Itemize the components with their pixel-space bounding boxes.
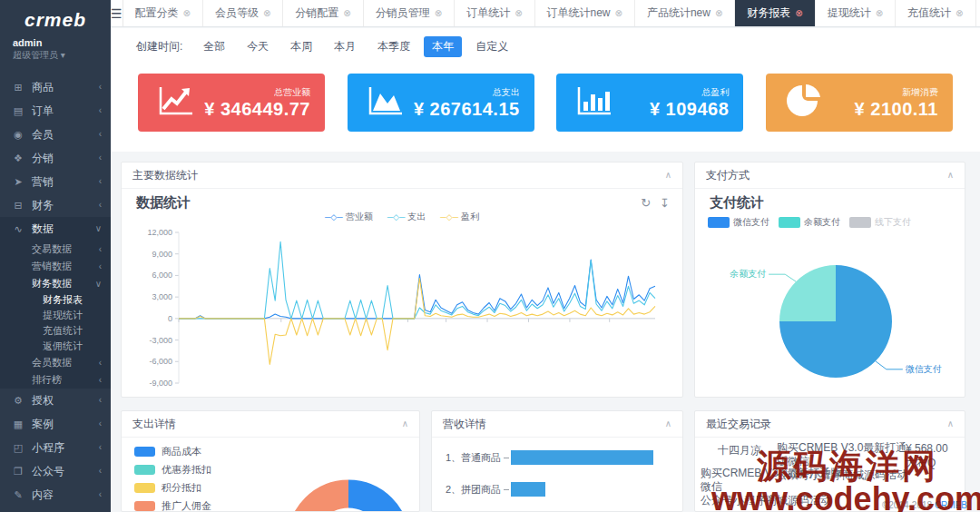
sidebar-item-label: 财务 — [32, 193, 99, 217]
sidebar-item-数据[interactable]: ∿数据∨ — [0, 217, 111, 241]
tab-close-icon[interactable]: ⊗ — [435, 8, 442, 18]
app-logo[interactable]: crmeb — [0, 0, 111, 34]
sidebar-item-小程序[interactable]: ◰小程序‹ — [0, 436, 111, 459]
panel-revenue-title: 营收详情 — [443, 411, 486, 437]
sidebar-subitem-充值统计[interactable]: 充值统计 — [0, 323, 111, 339]
tab-close-icon[interactable]: ⊗ — [795, 8, 802, 18]
collapse-chevron-icon[interactable]: ∧ — [665, 162, 671, 188]
tab-充值统计[interactable]: 充值统计⊗ — [896, 0, 975, 26]
svg-text:2019-07-23: 2019-07-23 — [466, 396, 508, 398]
tab-close-icon[interactable]: ⊗ — [263, 8, 270, 18]
filter-option-自定义[interactable]: 自定义 — [467, 36, 516, 57]
sidebar-subitem-提现统计[interactable]: 提现统计 — [0, 308, 111, 323]
sidebar-item-财务[interactable]: ⊟财务‹ — [0, 193, 111, 217]
collapse-chevron-icon[interactable]: ∧ — [402, 411, 408, 437]
filter-option-本季度[interactable]: 本季度 — [369, 36, 418, 57]
sidebar-item-分销[interactable]: ❖分销‹ — [0, 146, 111, 170]
tab-分销员管理[interactable]: 分销员管理⊗ — [364, 0, 455, 26]
tab-分销配置[interactable]: 分销配置⊗ — [283, 0, 363, 26]
sidebar-item-label: 案例 — [32, 412, 99, 436]
panel-expense-header: 支出详情 ∧ — [122, 411, 419, 438]
line-chart: 12,0009,0006,0003,0000-3,000-6,000-9,000… — [129, 223, 673, 398]
filter-option-本月[interactable]: 本月 — [326, 36, 364, 57]
legend-item-营业额[interactable]: ─◇─营业额 — [325, 211, 373, 223]
collapse-chevron-icon[interactable]: ∧ — [665, 411, 671, 437]
finance-icon: ⊟ — [12, 193, 24, 217]
tab-close-icon[interactable]: ⊗ — [876, 8, 883, 18]
filter-option-本年[interactable]: 本年 — [424, 36, 462, 57]
panel-expense-title: 支出详情 — [132, 411, 176, 437]
sidebar-item-会员[interactable]: ◉会员‹ — [0, 123, 111, 146]
sidebar-item-公众号[interactable]: ❐公众号‹ — [0, 459, 111, 483]
line-chart-title: 数据统计 — [136, 194, 191, 212]
legend-item-微信支付[interactable]: 微信支付 — [708, 216, 769, 229]
sidebar-subitem-排行榜[interactable]: 排行榜‹ — [0, 371, 111, 389]
license-icon: ⚙ — [12, 389, 24, 412]
tab-close-icon[interactable]: ⊗ — [183, 8, 191, 18]
transaction-buyer: 十四月凉 — [718, 444, 761, 458]
sidebar-item-label: 订单 — [32, 99, 99, 123]
stat-card-新增消费[interactable]: 新增消费¥ 2100.11 — [766, 74, 953, 132]
tab-返佣统计[interactable]: 返佣统计⊗ — [976, 0, 980, 26]
sidebar-subitem-返佣统计[interactable]: 返佣统计 — [0, 339, 111, 354]
sidebar-item-商品[interactable]: ⊞商品‹ — [0, 75, 111, 99]
tab-label: 分销员管理 — [376, 5, 430, 21]
filter-option-全部[interactable]: 全部 — [195, 36, 233, 57]
svg-text:0: 0 — [168, 314, 172, 323]
stat-card-总盈利[interactable]: 总盈利¥ 109468 — [556, 74, 743, 132]
svg-text:-6,000: -6,000 — [149, 357, 172, 366]
sidebar-item-订单[interactable]: ▤订单‹ — [0, 99, 111, 123]
sidebar-subitem-交易数据[interactable]: 交易数据‹ — [0, 241, 111, 258]
tab-close-icon[interactable]: ⊗ — [615, 8, 622, 18]
members-icon: ◉ — [12, 123, 24, 146]
panel-payment-title: 支付方式 — [706, 162, 750, 188]
filter-option-本周[interactable]: 本周 — [282, 36, 320, 57]
tab-label: 会员等级 — [215, 5, 259, 21]
sidebar-item-案例[interactable]: ▦案例‹ — [0, 412, 111, 436]
tab-订单统计new[interactable]: 订单统计new⊗ — [535, 0, 635, 26]
tab-close-icon[interactable]: ⊗ — [343, 8, 350, 18]
tab-会员等级[interactable]: 会员等级⊗ — [203, 0, 283, 26]
miniprogram-icon: ◰ — [12, 436, 24, 459]
sidebar-subitem-财务数据[interactable]: 财务数据∨ — [0, 275, 111, 292]
svg-text:2019-09-15: 2019-09-15 — [549, 396, 591, 398]
sidebar-subitem-财务报表[interactable]: 财务报表 — [0, 292, 111, 308]
stat-card-text: 总支出¥ 267614.15 — [407, 86, 520, 120]
sidebar-subitem-会员数据[interactable]: 会员数据‹ — [0, 354, 111, 371]
legend-item-支出[interactable]: ─◇─支出 — [387, 211, 426, 223]
hamburger-icon[interactable]: ☰ — [111, 0, 123, 26]
sidebar-subitem-label: 交易数据 — [32, 241, 99, 258]
svg-text:微信支付: 微信支付 — [906, 364, 942, 374]
tab-订单统计[interactable]: 订单统计⊗ — [455, 0, 534, 26]
sidebar-item-内容[interactable]: ✎内容‹ — [0, 483, 111, 507]
legend-label: 盈利 — [461, 211, 479, 223]
collapse-chevron-icon[interactable]: ∧ — [947, 162, 954, 188]
sidebar-item-授权[interactable]: ⚙授权‹ — [0, 389, 111, 412]
trend-line-icon — [156, 84, 198, 122]
legend-item-余额支付[interactable]: 余额支付 — [779, 216, 840, 229]
collapse-chevron-icon[interactable]: ∧ — [947, 411, 954, 437]
payment-pie-chart: 余额支付微信支付 — [695, 241, 965, 398]
panel-main-title: 主要数据统计 — [132, 162, 198, 188]
chart-download-icon[interactable]: ↧ — [660, 196, 670, 210]
tab-提现统计[interactable]: 提现统计⊗ — [816, 0, 896, 26]
tab-产品统计new[interactable]: 产品统计new⊗ — [635, 0, 735, 26]
tab-close-icon[interactable]: ⊗ — [956, 8, 963, 18]
legend-item-盈利[interactable]: ─◇─盈利 — [440, 211, 479, 223]
user-role-dropdown[interactable]: 超级管理员 ▾ — [13, 49, 98, 61]
tab-label: 充值统计 — [907, 5, 951, 21]
tab-财务报表[interactable]: 财务报表⊗ — [735, 0, 815, 26]
bar-value[interactable] — [511, 450, 653, 465]
tab-close-icon[interactable]: ⊗ — [715, 8, 722, 18]
chart-refresh-icon[interactable]: ↻ — [641, 196, 651, 210]
sidebar-item-营销[interactable]: ➤营销‹ — [0, 170, 111, 193]
filter-option-今天[interactable]: 今天 — [239, 36, 277, 57]
tab-close-icon[interactable]: ⊗ — [514, 8, 522, 18]
bar-value[interactable] — [511, 482, 545, 497]
tab-配置分类[interactable]: 配置分类⊗ — [123, 0, 203, 26]
sidebar-subitem-营销数据[interactable]: 营销数据‹ — [0, 258, 111, 275]
legend-item-线下支付[interactable]: 线下支付 — [849, 216, 911, 229]
stat-card-总支出[interactable]: 总支出¥ 267614.15 — [348, 74, 534, 132]
sidebar-subitem-label: 会员数据 — [32, 354, 99, 371]
stat-card-总营业额[interactable]: 总营业额¥ 346449.77 — [138, 74, 325, 132]
